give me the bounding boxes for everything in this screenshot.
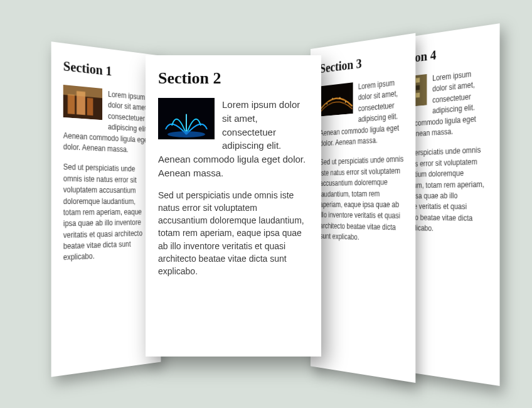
panel-section-3[interactable]: Section 3 Lorem ipsum dolor sit amet, co… (311, 33, 415, 383)
panel-section-2[interactable]: Section 2 Lorem ipsum dolor sit amet, co… (146, 55, 321, 357)
svg-rect-22 (416, 85, 420, 90)
svg-point-8 (326, 103, 327, 104)
blue-fountain-icon (158, 98, 215, 139)
svg-rect-27 (416, 93, 420, 98)
panel-body: Sed ut perspiciatis unde omnis iste natu… (63, 162, 151, 264)
svg-rect-7 (320, 82, 353, 116)
svg-rect-1 (68, 94, 75, 114)
panel-body: Sed ut perspiciatis unde omnis iste natu… (320, 154, 405, 245)
svg-rect-3 (87, 98, 93, 115)
accordion-stage: Section 1 Lorem ipsum dolor sit amet, co… (0, 0, 532, 408)
city-sepia-icon (63, 85, 102, 120)
svg-point-9 (332, 98, 333, 99)
svg-rect-17 (416, 78, 420, 83)
panel-heading: Section 2 (158, 69, 309, 88)
svg-point-11 (345, 101, 346, 102)
panel-heading: Section 3 (320, 49, 405, 77)
night-bridge-icon (320, 82, 353, 116)
svg-point-10 (339, 97, 341, 99)
panel-body: Sed ut perspiciatis unde omnis iste natu… (158, 189, 309, 278)
panel-section-1[interactable]: Section 1 Lorem ipsum dolor sit amet, co… (51, 41, 161, 377)
panel-heading: Section 1 (63, 58, 151, 83)
panel-lead: Lorem ipsum dolor sit amet, consectetuer… (320, 77, 405, 149)
svg-point-6 (168, 131, 205, 137)
